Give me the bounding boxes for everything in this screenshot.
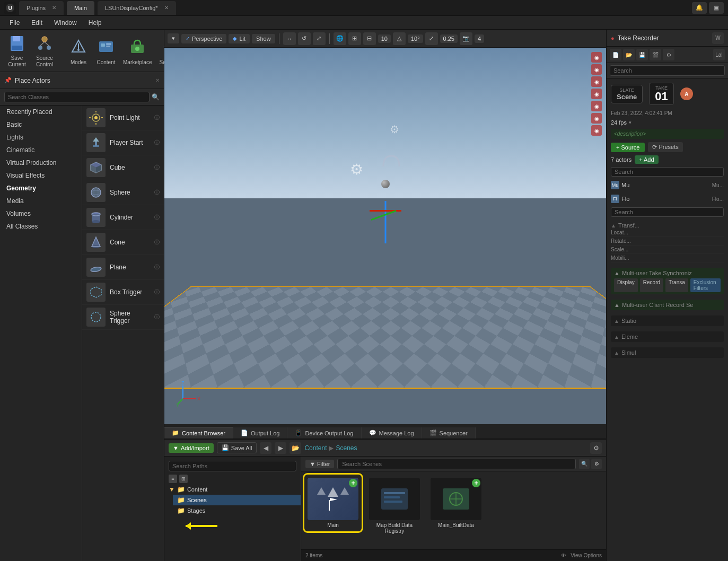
category-all-classes[interactable]: All Classes bbox=[0, 220, 82, 233]
tab-plugins[interactable]: Plugins ✕ bbox=[19, 1, 64, 15]
sync-display-btn[interactable]: Display bbox=[614, 278, 638, 292]
vp-right-icon-6[interactable]: ◉ bbox=[591, 113, 602, 124]
search-classes-icon[interactable]: 🔍 bbox=[152, 93, 160, 101]
add-import-btn[interactable]: ▼ Add/Import bbox=[169, 443, 214, 453]
menu-edit[interactable]: Edit bbox=[26, 18, 48, 28]
tree-stages[interactable]: 📁 Stages bbox=[173, 505, 301, 516]
actor-player-start[interactable]: Player Start ⓘ bbox=[82, 130, 164, 155]
rp-icon-btn-1[interactable]: W bbox=[712, 32, 724, 44]
cylinder-info[interactable]: ⓘ bbox=[154, 214, 160, 221]
category-geometry[interactable]: Geometry bbox=[0, 182, 82, 195]
actor-plane[interactable]: Plane ⓘ bbox=[82, 255, 164, 280]
multi-client-title[interactable]: ▲ Multi-user Client Record Se bbox=[614, 302, 721, 308]
search-scenes-input[interactable] bbox=[337, 459, 576, 469]
cube-info[interactable]: ⓘ bbox=[154, 164, 160, 171]
search-paths-input[interactable] bbox=[169, 461, 296, 471]
marketplace-btn[interactable]: Marketplace bbox=[121, 33, 154, 69]
nav-forward-btn[interactable]: ▶ bbox=[275, 442, 286, 454]
point-light-info[interactable]: ⓘ bbox=[154, 114, 160, 121]
save-all-btn[interactable]: 💾 Save All bbox=[217, 442, 257, 453]
viewport-snap-btn[interactable]: ⊞ bbox=[348, 32, 361, 45]
asset-map-registry[interactable]: + Main_BuiltData bbox=[428, 476, 484, 530]
menu-window[interactable]: Window bbox=[49, 18, 82, 28]
box-trigger-info[interactable]: ⓘ bbox=[154, 288, 160, 296]
tr-icon-search[interactable]: Lal bbox=[713, 49, 725, 60]
tr-icon-settings[interactable]: ⚙ bbox=[663, 49, 674, 60]
view-options-label[interactable]: View Options bbox=[571, 553, 602, 558]
vp-right-icon-2[interactable]: ◉ bbox=[591, 64, 602, 75]
actor-cone[interactable]: Cone ⓘ bbox=[82, 230, 164, 255]
description-field[interactable]: <description> bbox=[611, 129, 724, 139]
tr-actors-search[interactable] bbox=[611, 167, 724, 177]
category-recently-placed[interactable]: Recently Placed bbox=[0, 106, 82, 118]
category-basic[interactable]: Basic bbox=[0, 118, 82, 131]
close-panel-btn[interactable]: ✕ bbox=[155, 77, 160, 83]
static-collapse[interactable]: ▲ Statio bbox=[614, 318, 721, 324]
breadcrumb-scenes[interactable]: Scenes bbox=[336, 444, 357, 452]
viewport-lit-btn[interactable]: ◆ Lit bbox=[229, 34, 250, 43]
category-media[interactable]: Media bbox=[0, 195, 82, 207]
materials-collapse[interactable]: ▲ Eleme bbox=[614, 334, 721, 340]
cb-view-toggle[interactable]: ≡ bbox=[169, 475, 177, 483]
tr-add-btn[interactable]: + Add bbox=[635, 155, 658, 164]
viewport-grid-size[interactable]: 10 bbox=[378, 34, 391, 43]
nav-back-btn[interactable]: ◀ bbox=[260, 442, 271, 454]
plane-info[interactable]: ⓘ bbox=[154, 264, 160, 271]
multi-sync-title[interactable]: ▲ Multi-user Take Synchroniz bbox=[614, 270, 721, 276]
asset-main[interactable]: + Main bbox=[305, 476, 361, 530]
actor-sphere-trigger[interactable]: Sphere Trigger ⓘ bbox=[82, 305, 164, 330]
menu-help[interactable]: Help bbox=[83, 18, 107, 28]
menu-file[interactable]: File bbox=[4, 18, 25, 28]
actor-cube[interactable]: Cube ⓘ bbox=[82, 155, 164, 180]
close-lsun-icon[interactable]: ✕ bbox=[164, 5, 169, 11]
sphere-info[interactable]: ⓘ bbox=[154, 189, 160, 196]
tr-icon-save[interactable]: 💾 bbox=[636, 49, 648, 60]
cb-settings-btn[interactable]: ⚙ bbox=[590, 442, 602, 454]
presets-btn[interactable]: ⟳ Presets bbox=[648, 142, 682, 152]
tr-actor-mu[interactable]: Mu Mu Mu... bbox=[611, 180, 724, 190]
modes-btn[interactable]: Modes bbox=[66, 33, 91, 69]
tr-search-input[interactable] bbox=[610, 65, 725, 76]
viewport-canvas[interactable]: ⚙ ⚙ Z X bbox=[164, 48, 606, 424]
close-plugins-icon[interactable]: ✕ bbox=[52, 5, 56, 11]
viewport-grid-btn[interactable]: ⊟ bbox=[363, 32, 376, 45]
viewport-rotate-btn[interactable]: ↺ bbox=[298, 32, 311, 45]
tr-icon-film[interactable]: 🎬 bbox=[650, 49, 661, 60]
tab-main[interactable]: Main bbox=[67, 1, 94, 15]
filters-btn[interactable]: ▼ Filter bbox=[305, 460, 334, 468]
content-btn[interactable]: Content bbox=[93, 33, 119, 69]
cb-options-btn[interactable]: ⚙ bbox=[591, 459, 602, 469]
actor-point-light[interactable]: Point Light ⓘ bbox=[82, 106, 164, 130]
vp-right-icon-7[interactable]: ◉ bbox=[591, 125, 602, 136]
viewport-scale-value[interactable]: 0.25 bbox=[440, 34, 458, 43]
category-volumes[interactable]: Volumes bbox=[0, 207, 82, 220]
fps-dropdown-icon[interactable]: ▾ bbox=[629, 120, 631, 125]
viewport-perspective-label[interactable]: ✓ Perspective bbox=[181, 34, 226, 43]
asset-main-builtdata[interactable]: Map Build Data Registry bbox=[367, 476, 422, 536]
display-btn[interactable]: ▣ bbox=[709, 2, 724, 14]
tab-message-log[interactable]: 💬 Message Log bbox=[362, 427, 422, 439]
actor-box-trigger[interactable]: Box Trigger ⓘ bbox=[82, 280, 164, 305]
vp-right-icon-5[interactable]: ◉ bbox=[591, 101, 602, 111]
sphere-trigger-info[interactable]: ⓘ bbox=[154, 313, 160, 321]
nav-folder-btn[interactable]: 📂 bbox=[290, 442, 301, 454]
sync-record-btn[interactable]: Record bbox=[640, 278, 663, 292]
move-gizmo[interactable] bbox=[370, 180, 401, 243]
vp-right-icon-1[interactable]: ◉ bbox=[591, 52, 602, 63]
breadcrumb-content[interactable]: Content bbox=[304, 444, 327, 452]
transform-collapse[interactable]: ▲ Transf... bbox=[611, 222, 724, 229]
tr-actor-flo[interactable]: Fl Flo Flo... bbox=[611, 194, 724, 204]
player-start-info[interactable]: ⓘ bbox=[154, 139, 160, 146]
viewport-world-btn[interactable]: 🌐 bbox=[334, 32, 346, 45]
physics-collapse[interactable]: ▲ Simul bbox=[614, 349, 721, 356]
viewport-scale-btn[interactable]: ⤢ bbox=[313, 32, 326, 45]
tab-output-log[interactable]: 📄 Output Log bbox=[233, 427, 287, 439]
vp-right-icon-4[interactable]: ◉ bbox=[591, 89, 602, 99]
sync-transa-btn[interactable]: Transa bbox=[665, 278, 688, 292]
category-virtual-production[interactable]: Virtual Production bbox=[0, 156, 82, 169]
notification-btn[interactable]: 🔔 bbox=[692, 2, 707, 14]
tab-content-browser[interactable]: 📁 Content Browser bbox=[164, 427, 233, 439]
cone-info[interactable]: ⓘ bbox=[154, 239, 160, 246]
tr-icon-new[interactable]: 📄 bbox=[610, 49, 621, 60]
excl-filters-btn[interactable]: Exclusion Filters bbox=[690, 278, 721, 292]
